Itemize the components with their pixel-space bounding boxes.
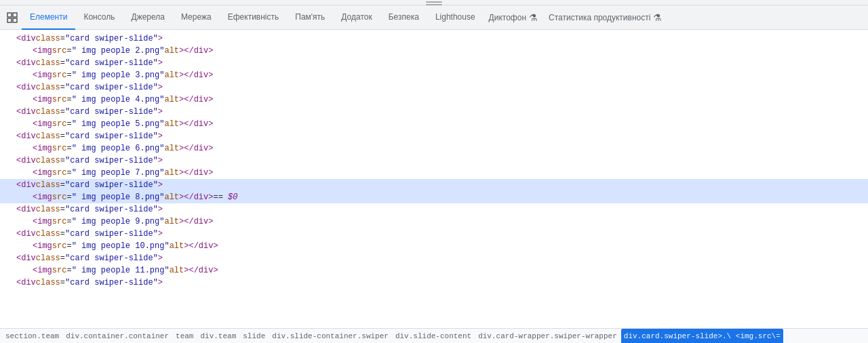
breadcrumb-item[interactable]: section.team	[3, 329, 62, 344]
resize-handle[interactable]	[0, 0, 868, 5]
code-line[interactable]: <img src=" img people 6.png" alt> </div>	[0, 142, 868, 155]
inspect-icon[interactable]	[3, 8, 22, 27]
code-line[interactable]: <img src=" img people 2.png" alt> </div>	[0, 45, 868, 57]
code-line[interactable]: <img src=" img people 3.png" alt> </div>	[0, 69, 868, 81]
code-line[interactable]: <img src=" img people 10.png" alt> </div…	[0, 240, 868, 252]
elements-panel[interactable]: <div class="card swiper-slide"><img src=…	[0, 30, 868, 328]
code-line[interactable]: <img src=" img people 9.png" alt> </div>	[0, 216, 868, 228]
devtools-content: <div class="card swiper-slide"><img src=…	[0, 30, 868, 343]
code-line[interactable]: <div class="card swiper-slide">	[0, 155, 868, 167]
code-line[interactable]: <img src=" img people 11.png" alt> </div…	[0, 264, 868, 277]
breadcrumb-item[interactable]: div.team	[197, 329, 239, 344]
code-line[interactable]: <div class="card swiper-slide">	[0, 106, 868, 118]
code-line[interactable]: <div class="card swiper-slide">	[0, 252, 868, 264]
tab-lighthouse[interactable]: Lighthouse	[427, 5, 484, 30]
code-line[interactable]: <div class="card swiper-slide">	[0, 130, 868, 142]
tab-elements[interactable]: Елементи	[22, 5, 75, 30]
breadcrumb-item[interactable]: div.card-wrapper.swiper-wrapper	[475, 329, 620, 344]
devtools-toolbar: Елементи Консоль Джерела Мережа Ефективн…	[0, 5, 868, 30]
code-line[interactable]: <div class="card swiper-slide">	[0, 81, 868, 94]
svg-rect-2	[7, 18, 12, 22]
code-line[interactable]: <div class="card swiper-slide">	[0, 203, 868, 216]
experiment-icon-recorder: ⚗	[529, 12, 538, 23]
svg-rect-3	[13, 18, 17, 22]
perf-stats-label: Статистика продуктивності	[549, 13, 650, 22]
experiment-icon-perf: ⚗	[653, 12, 662, 23]
breadcrumb-bar: section.teamdiv.container.containerteamd…	[0, 328, 868, 343]
code-line[interactable]: <div class="card swiper-slide">	[0, 57, 868, 69]
tab-recorder[interactable]: Диктофон ⚗	[484, 5, 543, 30]
breadcrumb-item[interactable]: div.slide-content	[393, 329, 474, 344]
tab-console[interactable]: Консоль	[75, 5, 123, 30]
breadcrumb-item[interactable]: div.slide-container.swiper	[269, 329, 391, 344]
tab-perf-stats[interactable]: Статистика продуктивності ⚗	[543, 5, 667, 30]
code-line[interactable]: <div class="card swiper-slide">	[0, 228, 868, 240]
code-line[interactable]: <div class="card swiper-slide">	[0, 33, 868, 45]
breadcrumb-item[interactable]: div.card.swiper-slide>.\ <img.src\=	[621, 329, 783, 344]
tab-network[interactable]: Мережа	[173, 5, 220, 30]
recorder-label: Диктофон	[489, 13, 526, 22]
breadcrumb-item[interactable]: slide	[240, 329, 268, 344]
breadcrumb-item[interactable]: div.container.container	[63, 329, 172, 344]
code-line[interactable]: <img src=" img people 5.png" alt> </div>	[0, 118, 868, 130]
tab-application[interactable]: Додаток	[333, 5, 380, 30]
tab-sources[interactable]: Джерела	[123, 5, 173, 30]
code-line[interactable]: <img src=" img people 7.png" alt> </div>	[0, 167, 868, 179]
code-line[interactable]: <div class="card swiper-slide">	[0, 179, 868, 191]
code-line[interactable]: <img src=" img people 8.png" alt> </div>…	[0, 191, 868, 203]
tab-security[interactable]: Безпека	[380, 5, 427, 30]
tab-memory[interactable]: Пам'ять	[287, 5, 333, 30]
svg-rect-0	[7, 13, 12, 17]
tab-performance[interactable]: Ефективність	[220, 5, 288, 30]
code-line[interactable]: <div class="card swiper-slide">	[0, 277, 868, 289]
svg-rect-1	[13, 13, 17, 17]
code-line[interactable]: <img src=" img people 4.png" alt> </div>	[0, 94, 868, 106]
breadcrumb-item[interactable]: team	[173, 329, 196, 344]
